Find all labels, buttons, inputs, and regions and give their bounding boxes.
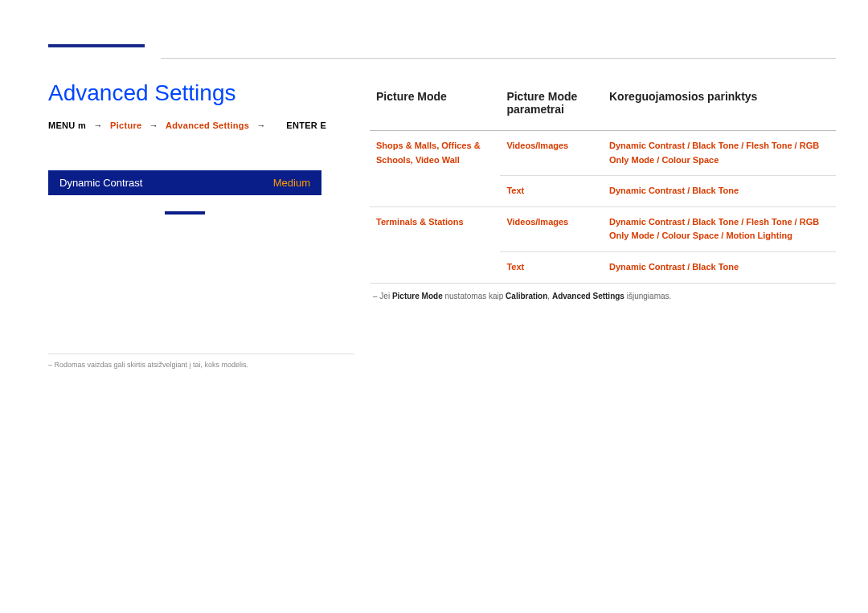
breadcrumb-step: Picture xyxy=(110,121,141,130)
cell: Videos/Images xyxy=(500,131,603,176)
preview-more-indicator xyxy=(165,211,205,215)
footnote-text: , xyxy=(547,292,550,300)
top-divider xyxy=(161,58,836,59)
footnote-text: Jei xyxy=(379,292,390,300)
cell: Dynamic Contrast / Black Tone / Flesh To… xyxy=(603,206,836,251)
footnote-text: išjungiamas. xyxy=(627,292,672,300)
footnote-bold: Advanced Settings xyxy=(552,292,624,300)
accent-bar xyxy=(48,44,145,47)
chevron-right-icon: → xyxy=(257,121,266,130)
bottom-disclaimer: Rodomas vaizdas gali skirtis atsižvelgia… xyxy=(48,353,354,369)
cell: Videos/Images xyxy=(500,206,603,251)
table-row: Shops & Malls, Offices & Schools, Video … xyxy=(370,131,836,176)
cell: Shops & Malls, Offices & Schools, Video … xyxy=(370,131,500,207)
settings-table: Picture Mode Picture Mode parametrai Kor… xyxy=(370,80,836,284)
cell: Dynamic Contrast / Black Tone / Flesh To… xyxy=(603,131,836,176)
preview-value: Medium xyxy=(273,177,310,189)
cell: Text xyxy=(500,176,603,207)
footnote: – Jei Picture Mode nustatomas kaip Calib… xyxy=(370,292,836,300)
footnote-bold: Calibration xyxy=(506,292,547,300)
right-column: Picture Mode Picture Mode parametrai Kor… xyxy=(370,80,836,300)
breadcrumb-step: Advanced Settings xyxy=(166,121,249,130)
chevron-right-icon: → xyxy=(93,121,102,130)
table-header: Picture Mode xyxy=(370,80,500,131)
footnote-bold: Picture Mode xyxy=(392,292,443,300)
cell: Text xyxy=(500,251,603,283)
preview-label: Dynamic Contrast xyxy=(59,177,142,189)
chevron-right-icon: → xyxy=(149,121,158,130)
cell: Dynamic Contrast / Black Tone xyxy=(603,251,836,283)
table-header: Koreguojamosios parinktys xyxy=(603,80,836,131)
breadcrumb-enter: ENTER E xyxy=(286,121,326,130)
table-row: Terminals & Stations Videos/Images Dynam… xyxy=(370,206,836,251)
preview-row: Dynamic Contrast Medium xyxy=(48,170,321,195)
footnote-text: nustatomas kaip xyxy=(445,292,504,300)
cell: Dynamic Contrast / Black Tone xyxy=(603,176,836,207)
table-header: Picture Mode parametrai xyxy=(500,80,603,131)
settings-preview: Dynamic Contrast Medium xyxy=(48,170,321,215)
cell: Terminals & Stations xyxy=(370,206,500,283)
breadcrumb-menu: MENU m xyxy=(48,121,86,130)
